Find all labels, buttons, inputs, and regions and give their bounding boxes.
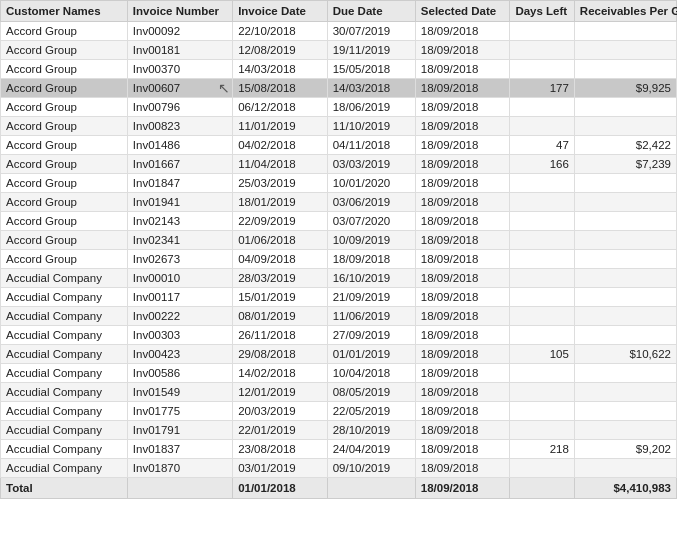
- cell-invoice_number: Inv00607↖: [127, 79, 232, 98]
- table-row[interactable]: Accord GroupInv0009222/10/201830/07/2019…: [1, 22, 677, 41]
- cell-invoice_number: Inv00117: [127, 288, 232, 307]
- cell-customer: Accord Group: [1, 60, 128, 79]
- table-row[interactable]: Accord GroupInv0184725/03/201910/01/2020…: [1, 174, 677, 193]
- cell-receivables: [574, 22, 676, 41]
- cell-selected_date: 18/09/2018: [415, 60, 510, 79]
- cell-receivables: [574, 288, 676, 307]
- table-row[interactable]: Accord GroupInv0267304/09/201818/09/2018…: [1, 250, 677, 269]
- cell-invoice_date: 23/08/2018: [233, 440, 328, 459]
- footer-empty-invoice: [127, 478, 232, 499]
- cell-invoice_date: 14/03/2018: [233, 60, 328, 79]
- table-row[interactable]: Accord GroupInv0018112/08/201919/11/2019…: [1, 41, 677, 60]
- cell-selected_date: 18/09/2018: [415, 402, 510, 421]
- cell-invoice_number: Inv00092: [127, 22, 232, 41]
- cell-days_left: [510, 231, 574, 250]
- table-row[interactable]: Accord GroupInv00607↖15/08/201814/03/201…: [1, 79, 677, 98]
- cell-due_date: 30/07/2019: [327, 22, 415, 41]
- table-row[interactable]: Accord GroupInv0214322/09/201903/07/2020…: [1, 212, 677, 231]
- cell-customer: Accudial Company: [1, 459, 128, 478]
- table-row[interactable]: Accord GroupInv0234101/06/201810/09/2019…: [1, 231, 677, 250]
- table-row[interactable]: Accudial CompanyInv0001028/03/201916/10/…: [1, 269, 677, 288]
- table-row[interactable]: Accudial CompanyInv0058614/02/201810/04/…: [1, 364, 677, 383]
- cell-invoice_number: Inv01667: [127, 155, 232, 174]
- cell-invoice_number: Inv00586: [127, 364, 232, 383]
- cell-due_date: 08/05/2019: [327, 383, 415, 402]
- cell-customer: Accudial Company: [1, 383, 128, 402]
- cell-invoice_number: Inv00370: [127, 60, 232, 79]
- cell-due_date: 14/03/2018: [327, 79, 415, 98]
- cell-customer: Accord Group: [1, 212, 128, 231]
- table-row[interactable]: Accord GroupInv0166711/04/201803/03/2019…: [1, 155, 677, 174]
- cell-days_left: [510, 60, 574, 79]
- cell-days_left: [510, 174, 574, 193]
- cell-receivables: $2,422: [574, 136, 676, 155]
- cell-days_left: 218: [510, 440, 574, 459]
- table-row[interactable]: Accudial CompanyInv0022208/01/201911/06/…: [1, 307, 677, 326]
- cell-due_date: 03/03/2019: [327, 155, 415, 174]
- cell-invoice_number: Inv00222: [127, 307, 232, 326]
- cell-customer: Accord Group: [1, 79, 128, 98]
- cell-invoice_date: 18/01/2019: [233, 193, 328, 212]
- cell-customer: Accudial Company: [1, 345, 128, 364]
- table-row[interactable]: Accudial CompanyInv0183723/08/201824/04/…: [1, 440, 677, 459]
- cell-days_left: [510, 250, 574, 269]
- header-days-left: Days Left: [510, 1, 574, 22]
- cell-invoice_date: 01/06/2018: [233, 231, 328, 250]
- cell-due_date: 19/11/2019: [327, 41, 415, 60]
- table-row[interactable]: Accudial CompanyInv0179122/01/201928/10/…: [1, 421, 677, 440]
- cell-days_left: [510, 22, 574, 41]
- cell-days_left: [510, 459, 574, 478]
- cell-invoice_number: Inv01837: [127, 440, 232, 459]
- header-selected-date: Selected Date: [415, 1, 510, 22]
- cell-receivables: [574, 459, 676, 478]
- cell-receivables: [574, 231, 676, 250]
- cell-customer: Accudial Company: [1, 364, 128, 383]
- cell-receivables: [574, 383, 676, 402]
- cell-invoice_date: 14/02/2018: [233, 364, 328, 383]
- cell-receivables: [574, 250, 676, 269]
- table-row[interactable]: Accudial CompanyInv0030326/11/201827/09/…: [1, 326, 677, 345]
- cell-due_date: 18/06/2019: [327, 98, 415, 117]
- cell-days_left: [510, 41, 574, 60]
- header-invoice-number: Invoice Number: [127, 1, 232, 22]
- cell-days_left: 47: [510, 136, 574, 155]
- cell-days_left: [510, 383, 574, 402]
- cell-invoice_number: Inv02341: [127, 231, 232, 250]
- table-row[interactable]: Accord GroupInv0079606/12/201818/06/2019…: [1, 98, 677, 117]
- cell-due_date: 21/09/2019: [327, 288, 415, 307]
- cell-invoice_date: 25/03/2019: [233, 174, 328, 193]
- table-row[interactable]: Accord GroupInv0082311/01/201911/10/2019…: [1, 117, 677, 136]
- cell-invoice_number: Inv00796: [127, 98, 232, 117]
- cell-invoice_date: 04/02/2018: [233, 136, 328, 155]
- table-row[interactable]: Accudial CompanyInv0042329/08/201801/01/…: [1, 345, 677, 364]
- table-row[interactable]: Accudial CompanyInv0154912/01/201908/05/…: [1, 383, 677, 402]
- cell-due_date: 18/09/2018: [327, 250, 415, 269]
- cell-invoice_number: Inv01941: [127, 193, 232, 212]
- table-row[interactable]: Accord GroupInv0037014/03/201815/05/2018…: [1, 60, 677, 79]
- table-row[interactable]: Accudial CompanyInv0177520/03/201922/05/…: [1, 402, 677, 421]
- cell-invoice_date: 20/03/2019: [233, 402, 328, 421]
- table-container[interactable]: Customer Names Invoice Number Invoice Da…: [0, 0, 677, 560]
- table-row[interactable]: Accord GroupInv0194118/01/201903/06/2019…: [1, 193, 677, 212]
- cell-due_date: 11/10/2019: [327, 117, 415, 136]
- cell-invoice_date: 12/01/2019: [233, 383, 328, 402]
- table-row[interactable]: Accudial CompanyInv0187003/01/201909/10/…: [1, 459, 677, 478]
- cell-days_left: [510, 307, 574, 326]
- cell-customer: Accord Group: [1, 41, 128, 60]
- cell-invoice_number: Inv01486: [127, 136, 232, 155]
- cell-selected_date: 18/09/2018: [415, 307, 510, 326]
- cell-days_left: 166: [510, 155, 574, 174]
- cell-selected_date: 18/09/2018: [415, 79, 510, 98]
- cell-due_date: 27/09/2019: [327, 326, 415, 345]
- cell-receivables: $9,202: [574, 440, 676, 459]
- cell-receivables: [574, 60, 676, 79]
- cell-invoice_date: 03/01/2019: [233, 459, 328, 478]
- table-row[interactable]: Accudial CompanyInv0011715/01/201921/09/…: [1, 288, 677, 307]
- cell-selected_date: 18/09/2018: [415, 174, 510, 193]
- cell-customer: Accudial Company: [1, 402, 128, 421]
- cell-selected_date: 18/09/2018: [415, 193, 510, 212]
- cell-invoice_date: 29/08/2018: [233, 345, 328, 364]
- cell-receivables: [574, 326, 676, 345]
- cell-due_date: 24/04/2019: [327, 440, 415, 459]
- table-row[interactable]: Accord GroupInv0148604/02/201804/11/2018…: [1, 136, 677, 155]
